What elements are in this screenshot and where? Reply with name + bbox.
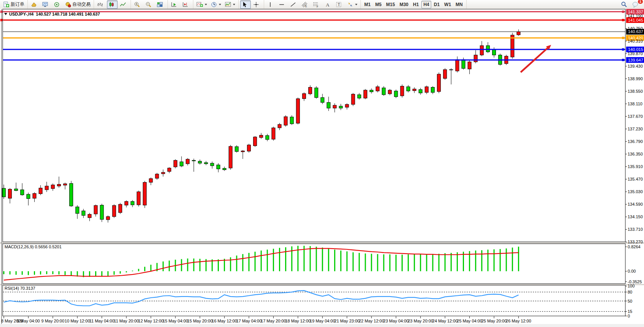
new-order-button[interactable]: 新订单 (2, 0, 26, 9)
rsi-axis-label: 50 (628, 299, 632, 303)
candle-bullish (149, 179, 153, 183)
candle-bearish (192, 160, 196, 161)
terminal-button[interactable] (41, 0, 51, 9)
price-axis-label: 135.910 (628, 164, 643, 169)
chart-shift-button[interactable] (181, 0, 191, 9)
candlestick-chart-button[interactable] (107, 0, 118, 9)
timeframe-d1[interactable]: D1 (432, 1, 442, 8)
chart-title: USDJPY-,H4 140.527 140.718 140.491 140.6… (9, 12, 100, 16)
timeframe-w1-label: W1 (444, 2, 451, 7)
vertical-line-button[interactable] (266, 0, 276, 9)
tile-windows-button[interactable] (155, 0, 166, 9)
price-axis-label: 136.350 (628, 152, 643, 156)
toolbar-group (193, 0, 239, 9)
auto-scroll-button[interactable] (169, 0, 180, 9)
candle-bullish (253, 137, 257, 146)
candle-bullish (517, 32, 520, 35)
price-axis-label: 137.670 (628, 114, 643, 119)
rsi-axis-label: 15 (628, 309, 632, 314)
candle-bearish (223, 168, 226, 170)
timeframe-m30[interactable]: M30 (398, 1, 410, 8)
zoom-in-button[interactable] (132, 0, 143, 9)
line-anchor-handle[interactable] (622, 37, 624, 39)
toolbar-group (94, 0, 131, 9)
date-axis-label: 26 May 12:00 (506, 319, 531, 323)
price-axis-label: 136.790 (628, 139, 643, 144)
candle-bullish (333, 105, 336, 108)
rsi-axis-label: 0 (628, 314, 630, 318)
profiles-button[interactable] (29, 0, 40, 9)
timeframe-h4[interactable]: H4 (421, 1, 431, 8)
chat-button[interactable]: 1 (631, 0, 641, 9)
date-axis-label: 22 May 12:00 (359, 319, 384, 323)
candle-bearish (204, 163, 208, 164)
toolbar-group (168, 0, 193, 9)
fibonacci-button[interactable]: F (311, 0, 322, 9)
candle-bearish (431, 87, 435, 93)
autotrading-button[interactable]: 自动交易 (64, 0, 92, 9)
timeframe-h1[interactable]: H1 (411, 1, 421, 8)
candle-bearish (493, 49, 496, 55)
rsi-axis-label: 100 (628, 284, 634, 288)
crosshair-button[interactable] (252, 0, 262, 9)
chart-window[interactable]: 141.337141.045140.637140.420140.015139.6… (0, 9, 644, 327)
line-anchor-handle[interactable] (622, 59, 624, 61)
trendline-button[interactable] (289, 0, 299, 9)
text-button[interactable]: A (323, 0, 333, 9)
timeframe-m1-label: M1 (364, 2, 371, 7)
candle-bullish (33, 194, 36, 198)
line-anchor-handle[interactable] (0, 19, 3, 21)
chevron-down-icon (219, 4, 221, 5)
candle-bullish (39, 188, 42, 194)
indicators-button[interactable] (195, 0, 209, 9)
templates-button[interactable] (223, 0, 237, 9)
timeframe-m15-label: M15 (386, 2, 395, 7)
trendline-icon (290, 2, 296, 8)
toolbar-group (239, 0, 264, 9)
candle-bullish (351, 94, 355, 105)
toolbar-right-group: 1 (619, 0, 644, 9)
candle-bullish (480, 46, 483, 55)
svg-text:T: T (338, 2, 340, 7)
candle-bullish (161, 172, 165, 174)
candle-bearish (14, 189, 18, 191)
line-chart-button[interactable] (118, 0, 129, 9)
chevron-down-icon (233, 4, 235, 5)
timeframe-m15[interactable]: M15 (384, 1, 397, 8)
timeframe-h1-label: H1 (413, 2, 419, 7)
price-axis-label: 138.550 (628, 89, 643, 94)
candle-bullish (413, 89, 416, 91)
line-anchor-handle[interactable] (622, 19, 624, 21)
timeframe-w1[interactable]: W1 (442, 1, 453, 8)
line-anchor-handle[interactable] (0, 11, 3, 13)
search-button[interactable] (619, 0, 630, 9)
profiles-icon (31, 2, 37, 8)
text-label-button[interactable]: T (334, 0, 345, 9)
chart-canvas[interactable]: 141.337141.045140.637140.420140.015139.6… (0, 9, 644, 327)
bar-chart-button[interactable] (96, 0, 106, 9)
zoom-out-button[interactable] (144, 0, 155, 9)
line-anchor-handle[interactable] (622, 48, 624, 51)
candle-bullish (363, 90, 367, 98)
candle-bearish (462, 60, 465, 68)
candle-bullish (186, 159, 190, 164)
timeframe-m1[interactable]: M1 (362, 1, 373, 8)
date-axis-label: 18 May 12:00 (285, 319, 311, 323)
periods-button[interactable] (209, 0, 223, 9)
line-anchor-handle[interactable] (622, 11, 624, 13)
candle-bearish (315, 88, 318, 98)
candle-bullish (118, 204, 122, 213)
timeframe-d1-label: D1 (434, 2, 440, 7)
channel-button[interactable]: E (300, 0, 311, 9)
timeframe-m5[interactable]: M5 (373, 1, 384, 8)
cursor-button[interactable] (240, 0, 251, 9)
timeframe-mn[interactable]: MN (454, 1, 465, 8)
horizontal-line-button[interactable] (277, 0, 288, 9)
arrows-button[interactable] (346, 0, 359, 9)
candle-bullish (376, 87, 379, 91)
candle-bullish (174, 160, 177, 167)
panel-separator[interactable] (0, 242, 644, 244)
chart-background (0, 9, 644, 324)
date-axis-label: 15 May 04:00 (163, 319, 188, 323)
news-button[interactable] (52, 0, 63, 9)
